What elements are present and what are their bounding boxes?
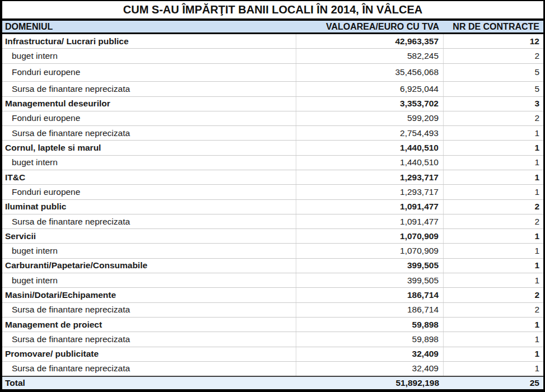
- domain-cell: Fonduri europene: [2, 111, 296, 125]
- sub-row: Sursa de finantare neprecizata1,091,4772: [2, 214, 543, 229]
- category-row: Management de proiect59,8981: [2, 318, 543, 332]
- domain-cell: IT&C: [2, 170, 296, 184]
- domain-cell: Sursa de finantare neprecizata: [2, 303, 296, 317]
- contracts-cell: 5: [444, 64, 543, 82]
- sub-row: Fonduri europene35,456,0685: [2, 64, 543, 82]
- domain-cell: Sursa de finantare neprecizata: [2, 362, 296, 376]
- contracts-cell: 2: [444, 303, 543, 317]
- value-cell: 59,898: [296, 318, 444, 332]
- value-cell: 1,070,909: [296, 244, 444, 258]
- column-header-valoarea: VALOAREA/EURO CU TVA: [296, 21, 444, 32]
- value-cell: 1,440,510: [296, 156, 444, 170]
- contracts-cell: 1: [444, 185, 543, 199]
- value-cell: 2,754,493: [296, 126, 444, 140]
- contracts-cell: 12: [444, 34, 543, 48]
- total-contracts: 25: [444, 377, 543, 389]
- value-cell: 1,091,477: [296, 200, 444, 214]
- domain-cell: Fonduri europene: [2, 64, 296, 82]
- contracts-cell: 5: [444, 82, 543, 96]
- category-row: Managementul deseurilor3,353,7023: [2, 97, 543, 111]
- contracts-cell: 2: [444, 49, 543, 63]
- domain-cell: buget intern: [2, 244, 296, 258]
- total-value: 51,892,198: [296, 377, 444, 389]
- contracts-cell: 1: [444, 347, 543, 361]
- value-cell: 1,070,909: [296, 229, 444, 243]
- domain-cell: Cornul, laptele si marul: [2, 141, 296, 155]
- category-row: Promovare/ publicitate32,4091: [2, 347, 543, 362]
- value-cell: 399,505: [296, 273, 444, 287]
- domain-cell: buget intern: [2, 273, 296, 287]
- value-cell: 32,409: [296, 347, 444, 361]
- value-cell: 1,293,717: [296, 170, 444, 184]
- domain-cell: Servicii: [2, 229, 296, 243]
- domain-cell: Sursa de finantare neprecizata: [2, 214, 296, 228]
- sub-row: Sursa de finantare neprecizata59,8981: [2, 332, 543, 347]
- sub-row: buget intern1,440,5101: [2, 156, 543, 170]
- value-cell: 42,963,357: [296, 34, 444, 48]
- contracts-cell: 1: [444, 156, 543, 170]
- contracts-cell: 1: [444, 126, 543, 140]
- value-cell: 186,714: [296, 288, 444, 302]
- category-row: Cornul, laptele si marul1,440,5101: [2, 141, 543, 155]
- contracts-cell: 1: [444, 229, 543, 243]
- value-cell: 186,714: [296, 303, 444, 317]
- domain-cell: Carburanti/Papetarie/Consumabile: [2, 259, 296, 273]
- domain-cell: Sursa de finantare neprecizata: [2, 82, 296, 96]
- domain-cell: Masini/Dotari/Echipamente: [2, 288, 296, 302]
- column-header-contracte: NR DE CONTRACTE: [444, 21, 543, 32]
- domain-cell: Managementul deseurilor: [2, 97, 296, 111]
- value-cell: 1,293,717: [296, 185, 444, 199]
- sub-row: Fonduri europene599,2092: [2, 111, 543, 126]
- contracts-cell: 1: [444, 318, 543, 332]
- value-cell: 3,353,702: [296, 97, 444, 111]
- sub-row: buget intern399,5051: [2, 273, 543, 288]
- value-cell: 582,245: [296, 49, 444, 63]
- total-label: Total: [2, 377, 296, 389]
- sub-row: Sursa de finantare neprecizata2,754,4931: [2, 126, 543, 141]
- domain-cell: Infrastructura/ Lucrari publice: [2, 34, 296, 48]
- category-row: Iluminat public1,091,4772: [2, 200, 543, 214]
- table-body: Infrastructura/ Lucrari publice42,963,35…: [2, 34, 543, 376]
- contracts-cell: 1: [444, 141, 543, 155]
- category-row: Masini/Dotari/Echipamente186,7142: [2, 288, 543, 302]
- contracts-cell: 2: [444, 200, 543, 214]
- domain-cell: Sursa de finantare neprecizata: [2, 332, 296, 346]
- contracts-cell: 2: [444, 111, 543, 125]
- category-row: IT&C1,293,7171: [2, 170, 543, 185]
- table-title: CUM S-AU ÎMPĂRŢIT BANII LOCALI ÎN 2014, …: [2, 1, 543, 21]
- value-cell: 59,898: [296, 332, 444, 346]
- budget-table: CUM S-AU ÎMPĂRŢIT BANII LOCALI ÎN 2014, …: [0, 0, 545, 392]
- value-cell: 399,505: [296, 259, 444, 273]
- sub-row: buget intern1,070,9091: [2, 244, 543, 258]
- category-row: Infrastructura/ Lucrari publice42,963,35…: [2, 34, 543, 49]
- value-cell: 1,440,510: [296, 141, 444, 155]
- domain-cell: Promovare/ publicitate: [2, 347, 296, 361]
- contracts-cell: 1: [444, 244, 543, 258]
- value-cell: 35,456,068: [296, 64, 444, 82]
- sub-row: Sursa de finantare neprecizata186,7142: [2, 303, 543, 318]
- contracts-cell: 1: [444, 259, 543, 273]
- domain-cell: buget intern: [2, 156, 296, 170]
- contracts-cell: 2: [444, 214, 543, 228]
- sub-row: Sursa de finantare neprecizata6,925,0445: [2, 82, 543, 96]
- value-cell: 1,091,477: [296, 214, 444, 228]
- sub-row: Sursa de finantare neprecizata32,4091: [2, 362, 543, 376]
- total-row: Total 51,892,198 25: [2, 376, 543, 389]
- contracts-cell: 1: [444, 332, 543, 346]
- value-cell: 6,925,044: [296, 82, 444, 96]
- domain-cell: Sursa de finantare neprecizata: [2, 126, 296, 140]
- category-row: Carburanti/Papetarie/Consumabile399,5051: [2, 259, 543, 273]
- category-row: Servicii1,070,9091: [2, 229, 543, 244]
- contracts-cell: 3: [444, 97, 543, 111]
- domain-cell: Management de proiect: [2, 318, 296, 332]
- sub-row: Fonduri europene1,293,7171: [2, 185, 543, 199]
- table-header-row: DOMENIUL VALOAREA/EURO CU TVA NR DE CONT…: [2, 21, 543, 34]
- contracts-cell: 1: [444, 170, 543, 184]
- contracts-cell: 1: [444, 362, 543, 376]
- sub-row: buget intern582,2452: [2, 49, 543, 63]
- domain-cell: buget intern: [2, 49, 296, 63]
- domain-cell: Fonduri europene: [2, 185, 296, 199]
- value-cell: 599,209: [296, 111, 444, 125]
- domain-cell: Iluminat public: [2, 200, 296, 214]
- column-header-domeniul: DOMENIUL: [2, 21, 296, 32]
